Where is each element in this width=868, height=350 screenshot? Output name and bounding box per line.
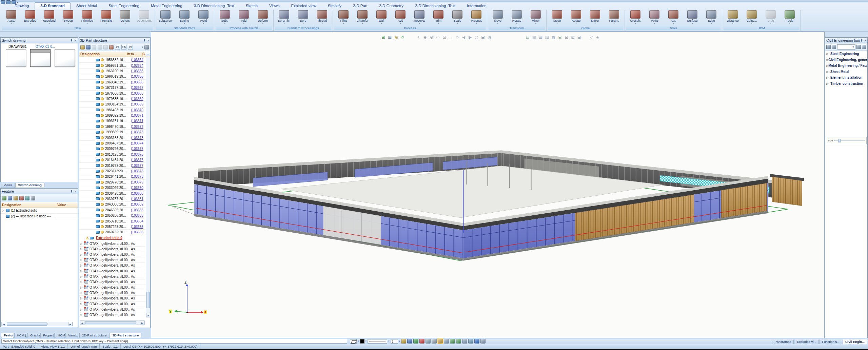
drawing-name-current[interactable]: OTAX 01-0... (36, 45, 55, 48)
close-icon[interactable]: × (147, 39, 149, 42)
item-number-link[interactable]: (103676 (130, 158, 146, 162)
sort-button[interactable]: 3⇅ (128, 45, 133, 50)
ribbon-button[interactable]: Scale ▾ (448, 10, 467, 25)
part-row[interactable]: 2050206:20... (103683 (79, 213, 146, 218)
item-number-link[interactable]: (103678 (130, 175, 146, 178)
part-row[interactable]: 2043086:20... (103682 (79, 202, 146, 207)
scroll-up-icon[interactable]: ▲ (146, 52, 150, 56)
expander-icon[interactable]: ▷ (826, 82, 830, 85)
scroll-left-icon[interactable]: ◀ (2, 322, 6, 326)
pan-icon[interactable]: ↔ (448, 35, 454, 40)
item-number-link[interactable]: (103669 (130, 97, 146, 101)
ribbon-button[interactable]: Rotate ▾ (507, 10, 526, 25)
part-row[interactable]: 2057228:20... (103685 (79, 224, 146, 230)
expander-icon[interactable]: ▷ (80, 303, 84, 306)
hatch-style-dropdown[interactable] (350, 339, 357, 344)
insert-feature-icon[interactable] (2, 196, 6, 200)
item-number-link[interactable]: (103667 (130, 86, 146, 90)
new-drawing-icon[interactable] (1, 0, 5, 4)
snap-icon[interactable] (480, 339, 486, 344)
drawing-thumbnail[interactable] (55, 49, 75, 67)
item-number-link[interactable]: (103678 (130, 169, 146, 173)
ribbon-button[interactable]: Chamfer ▾ (353, 10, 372, 25)
item-number-link[interactable]: (103666 (130, 80, 146, 84)
assembly-row[interactable]: ▷ OTAX - gelijkvloers, #L00... As (79, 247, 146, 252)
function-category-row[interactable]: ▷ Steel Engineering (825, 51, 867, 57)
line-width-spinner[interactable]: 1 (391, 339, 398, 344)
part-structure-horizontal-scrollbar[interactable]: ◀ ▶ (80, 320, 145, 325)
paste-part-icon[interactable] (98, 45, 102, 50)
feature-row[interactable]: (2) --- Insertion Position --- (1, 214, 78, 219)
ribbon-tab[interactable]: 2-D Dimensioning+Text (409, 2, 461, 9)
sheet-shade-icon[interactable]: ▨ (544, 35, 550, 40)
column-item[interactable]: Item... (126, 52, 142, 56)
item-number-link[interactable]: (103669 (130, 102, 146, 106)
point-select-icon[interactable] (432, 339, 437, 344)
part-row[interactable]: 2006467:20... (103674 (79, 141, 146, 146)
slider-thumb[interactable] (838, 139, 841, 142)
copy-feature-icon[interactable] (14, 196, 18, 200)
assembly-row[interactable]: ▷ OTAX - gelijkvloers, #L00... As (79, 263, 146, 268)
item-number-link[interactable]: (103683 (130, 214, 146, 217)
highlight-part-icon[interactable] (86, 45, 91, 50)
window-icon[interactable] (444, 339, 449, 344)
select-icon[interactable]: + (416, 35, 421, 40)
edit-feature-icon[interactable] (8, 196, 12, 200)
part-row[interactable]: 2046695:20... (103683 (79, 208, 146, 213)
assembly-row[interactable]: ▷ OTAX - gelijkvloers, #L00... As (79, 241, 146, 247)
sheet-print-icon[interactable]: ▣ (576, 35, 582, 40)
part-row[interactable]: 1993151:19... (103671 (79, 118, 146, 124)
zoom-window-icon[interactable]: ▭ (435, 35, 441, 40)
visibility-icon[interactable]: ◎ (474, 35, 479, 40)
expander-icon[interactable]: ▷ (80, 291, 84, 294)
view-grid-icon[interactable]: ⊞ (380, 35, 386, 40)
ribbon-button[interactable]: Dependent ▾ (135, 10, 154, 25)
ribbon-tab[interactable]: 2-D Geometry (373, 2, 409, 9)
error-part-row[interactable]: ⚠ Extruded solid 0 (79, 235, 146, 241)
expander-icon[interactable]: ▷ (2, 209, 6, 212)
scroll-right-icon[interactable]: ▶ (68, 322, 73, 326)
item-number-link[interactable]: (103680 (130, 186, 146, 190)
view-lock-icon[interactable]: ◉ (393, 35, 399, 40)
function-category-row[interactable]: ▷ Timber construction (825, 81, 867, 87)
ribbon-button[interactable]: Mirror ▾ (526, 10, 545, 25)
ribbon-tab[interactable]: 3-D Standard (35, 2, 71, 9)
sheet-delete-icon[interactable]: ⊟ (564, 35, 569, 40)
part-structure-vertical-scrollbar[interactable]: ▼ (146, 57, 150, 317)
part-row[interactable]: 2013125:20... (103676 (79, 152, 146, 157)
sheet-tile-icon[interactable]: ▦ (538, 35, 544, 40)
expander-icon[interactable]: ▷ (826, 70, 830, 73)
ribbon-button[interactable]: Mirror ▾ (586, 10, 605, 25)
tree-view-icon[interactable] (832, 45, 836, 49)
rotate-view-icon[interactable]: ↺ (454, 35, 460, 40)
ribbon-tab[interactable]: Metal Engineering (145, 2, 188, 9)
prompt-message[interactable]: Select function/object (RMB = Further se… (1, 339, 347, 344)
expander-icon[interactable]: ▷ (80, 280, 84, 284)
item-number-link[interactable]: (103676 (130, 153, 146, 156)
refresh-feature-icon[interactable] (25, 196, 29, 200)
feature-row[interactable]: ▷ (1) Extruded solid (1, 208, 78, 214)
circle-select-icon[interactable] (450, 339, 455, 344)
part-row[interactable]: 1996480:19... (103672 (79, 124, 146, 130)
ribbon-button[interactable]: Distance ▾ (723, 10, 742, 25)
expander-icon[interactable]: ▷ (80, 253, 84, 256)
paste-new-icon[interactable] (109, 45, 114, 50)
delete-feature-icon[interactable] (19, 196, 24, 200)
part-row[interactable]: 1999809:19... (103673 (79, 130, 146, 135)
sphere-icon[interactable] (419, 339, 425, 344)
part-row[interactable]: 2009796:20... (103675 (79, 146, 146, 152)
ribbon-button[interactable]: MovePts ▾ (410, 10, 429, 25)
ribbon-tab[interactable]: Drawing (9, 2, 35, 9)
item-number-link[interactable]: (103671 (130, 114, 146, 117)
part-row[interactable]: 1989822:19... (103671 (79, 113, 146, 118)
item-number-link[interactable]: (103668 (130, 92, 146, 95)
previous-view-icon[interactable]: ◀ (461, 35, 467, 40)
column-designation[interactable]: Designation (79, 52, 126, 56)
close-icon[interactable]: × (75, 39, 77, 42)
part-structure-settings-icon[interactable] (144, 45, 149, 50)
close-icon[interactable]: × (864, 39, 866, 42)
part-row[interactable]: 2003138:20... (103673 (79, 135, 146, 140)
ribbon-tab[interactable]: Views (263, 2, 285, 9)
ribbon-tab[interactable]: Sheet Metal (71, 2, 103, 9)
item-number-link[interactable]: (103665 (130, 69, 146, 73)
